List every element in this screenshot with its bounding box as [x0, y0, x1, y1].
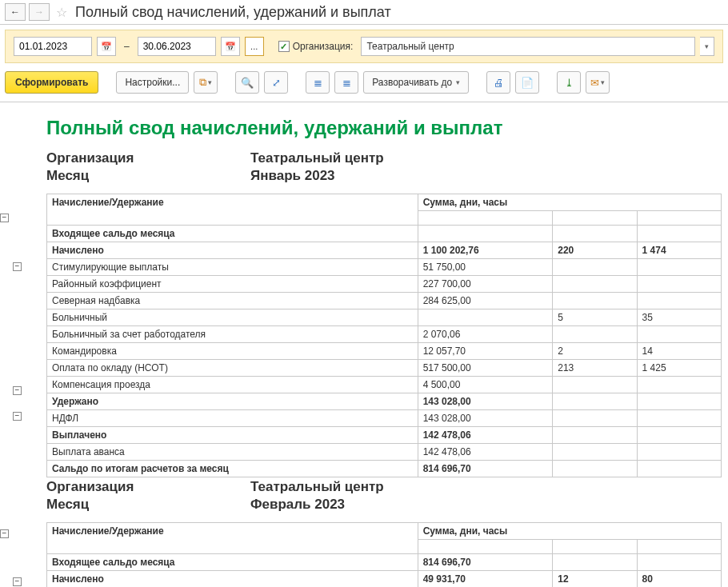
table-row[interactable]: Выплачено142 478,06	[47, 427, 722, 444]
cell-days: 2	[553, 343, 637, 360]
table-row[interactable]: Удержано143 028,00	[47, 393, 722, 410]
cell-days: 213	[553, 360, 637, 377]
chevron-down-icon: ▾	[705, 42, 709, 50]
cell-name: Входящее сальдо месяца	[47, 226, 418, 242]
arrow-right-icon: →	[34, 6, 44, 18]
cell-hours	[637, 427, 721, 444]
save-icon: ⤓	[565, 77, 574, 89]
cell-days	[553, 427, 637, 444]
collapse-toggle[interactable]: −	[13, 412, 22, 421]
collapse-toggle[interactable]: −	[13, 386, 22, 395]
cell-hours: 1 474	[637, 242, 721, 259]
org-select-field[interactable]: Театральный центр	[361, 37, 695, 56]
star-icon[interactable]: ☆	[56, 5, 67, 20]
nav-back-button[interactable]: ←	[5, 3, 26, 21]
chevron-down-icon: ▾	[601, 78, 605, 86]
table-row[interactable]: Оплата по окладу (НСОТ)517 500,002131 42…	[47, 360, 722, 377]
levels-icon: ≣	[342, 77, 351, 89]
cell-hours	[637, 410, 721, 427]
cell-hours	[637, 293, 721, 309]
cell-days	[553, 461, 637, 477]
date-from-input[interactable]	[14, 37, 92, 56]
table-row[interactable]: Сальдо по итогам расчетов за месяц814 69…	[47, 461, 722, 477]
save-button[interactable]: ⤓	[557, 71, 581, 94]
table-row[interactable]: Больничный535	[47, 309, 722, 326]
cell-name: Входящее сальдо месяца	[47, 554, 418, 571]
cell-hours: 80	[637, 571, 721, 588]
levels-button-1[interactable]: ≣	[306, 71, 330, 94]
report-area: − − − − − − Полный свод начислений, удер…	[0, 102, 728, 587]
page-icon: 📄	[521, 77, 534, 89]
preview-button[interactable]: 📄	[515, 71, 539, 94]
cell-name: Компенсация проезда	[47, 377, 418, 393]
table-row[interactable]: Северная надбавка284 625,00	[47, 293, 722, 309]
collapse-toggle[interactable]: −	[0, 529, 9, 538]
cell-days	[553, 444, 637, 461]
collapse-toggle[interactable]: −	[0, 214, 9, 222]
levels-button-2[interactable]: ≣	[334, 71, 358, 94]
table-row[interactable]: Начислено49 931,701280	[47, 571, 722, 588]
cell-name: Стимулирующие выплаты	[47, 259, 418, 276]
copy-icon: ⧉	[199, 76, 206, 89]
table-row[interactable]: Компенсация проезда4 500,00	[47, 377, 722, 393]
cell-hours: 35	[637, 309, 721, 326]
table-header-row: Начисление/УдержаниеСумма, дни, часы	[47, 194, 722, 211]
org-dropdown-button[interactable]: ▾	[700, 37, 714, 56]
expand-all-button[interactable]: ⤢	[264, 71, 288, 94]
cell-hours	[637, 554, 721, 571]
cell-sum: 814 696,70	[418, 554, 553, 571]
collapse-toggle[interactable]: −	[13, 577, 22, 586]
variants-button[interactable]: ⧉ ▾	[194, 71, 218, 94]
table-row[interactable]: Командировка12 057,70214	[47, 343, 722, 360]
cell-sum: 143 028,00	[418, 410, 553, 427]
cell-days	[553, 226, 637, 242]
date-to-calendar-button[interactable]: 📅	[221, 37, 240, 56]
email-button[interactable]: ✉ ▾	[586, 71, 610, 94]
col-name-header: Начисление/Удержание	[47, 194, 418, 226]
chevron-down-icon: ▾	[456, 78, 460, 86]
find-button[interactable]: 🔍	[235, 71, 259, 94]
cell-name: Выплачено	[47, 427, 418, 444]
cell-days	[553, 410, 637, 427]
filter-panel: 📅 – 📅 ... ✓ Организация: Театральный цен…	[5, 30, 723, 63]
org-heading-label: Организация	[46, 150, 250, 166]
expand-to-button[interactable]: Разворачивать до ▾	[363, 71, 469, 94]
date-from-calendar-button[interactable]: 📅	[97, 37, 116, 56]
search-icon: 🔍	[241, 77, 254, 89]
cell-sum	[418, 226, 553, 242]
table-row[interactable]: Входящее сальдо месяца814 696,70	[47, 554, 722, 571]
printer-icon: 🖨	[494, 77, 504, 89]
org-heading-value: Театральный центр	[250, 479, 384, 495]
cell-hours	[637, 377, 721, 393]
nav-forward-button[interactable]: →	[29, 3, 50, 21]
print-button[interactable]: 🖨	[486, 71, 510, 94]
cell-sum: 142 478,06	[418, 427, 553, 444]
table-row[interactable]: Стимулирующие выплаты51 750,00	[47, 259, 722, 276]
date-to-input[interactable]	[138, 37, 216, 56]
cell-sum: 51 750,00	[418, 259, 553, 276]
calendar-icon: 📅	[225, 42, 236, 52]
cell-name: Удержано	[47, 393, 418, 410]
cell-name: Районный коэффициент	[47, 276, 418, 293]
cell-sum: 227 700,00	[418, 276, 553, 293]
period-select-button[interactable]: ...	[245, 37, 264, 56]
org-checkbox[interactable]: ✓	[278, 41, 290, 52]
cell-days: 12	[553, 571, 637, 588]
generate-button[interactable]: Сформировать	[5, 71, 98, 94]
collapse-toggle[interactable]: −	[13, 262, 22, 271]
cell-days	[553, 393, 637, 410]
levels-icon: ≣	[314, 77, 322, 89]
month-heading-label: Месяц	[46, 168, 250, 184]
table-row[interactable]: НДФЛ143 028,00	[47, 410, 722, 427]
table-row[interactable]: Районный коэффициент227 700,00	[47, 276, 722, 293]
table-row[interactable]: Начислено1 100 202,762201 474	[47, 242, 722, 259]
table-row[interactable]: Больничный за счет работодателя2 070,06	[47, 326, 722, 343]
cell-sum: 142 478,06	[418, 444, 553, 461]
settings-button[interactable]: Настройки...	[116, 71, 189, 94]
month-heading-value: Январь 2023	[250, 168, 335, 184]
table-row[interactable]: Выплата аванса142 478,06	[47, 444, 722, 461]
table-row[interactable]: Входящее сальдо месяца	[47, 226, 722, 242]
report-table: Начисление/УдержаниеСумма, дни, часыВход…	[46, 522, 722, 587]
cell-hours	[637, 461, 721, 477]
cell-name: Начислено	[47, 242, 418, 259]
